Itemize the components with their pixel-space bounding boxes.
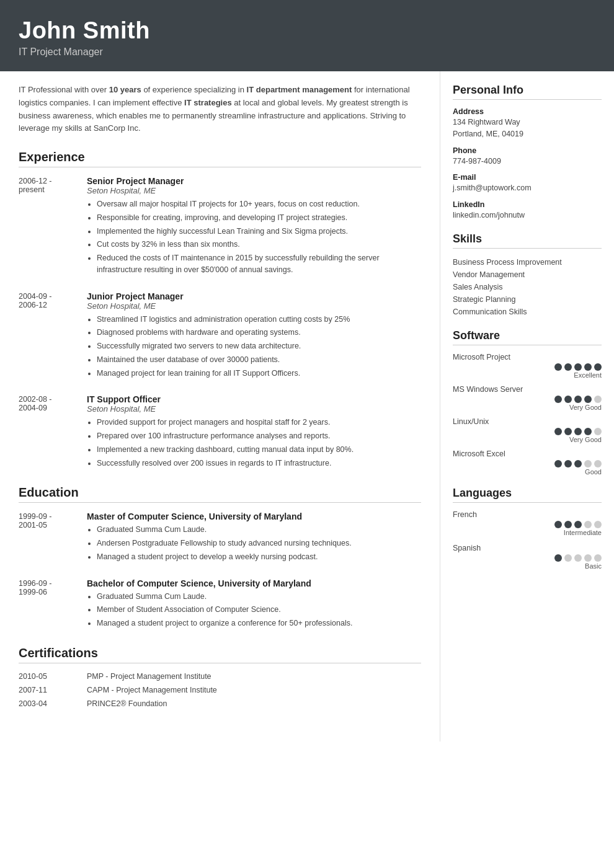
dot-label: Very Good [453,436,602,443]
dots-row [453,554,602,562]
bullet-item: Streamlined IT logistics and administrat… [97,314,421,326]
language-name: French [453,510,602,519]
cert-date: 2010-05 [19,672,87,681]
software-entry: MS Windows Server Very Good [453,385,602,411]
edu-title: Master of Computer Science, University o… [87,512,421,521]
language-name: Spanish [453,544,602,552]
software-name: Linux/Unix [453,417,602,426]
dot [584,521,592,528]
dot [564,396,572,403]
education-section: Education 1999-09 -2001-05 Master of Com… [19,485,421,631]
software-name: Microsoft Excel [453,450,602,458]
experience-list: 2006-12 -present Senior Project Manager … [19,176,421,471]
bullet-item: Andersen Postgraduate Fellowship to stud… [97,538,421,549]
email-label: E-mail [453,173,602,182]
languages-title: Languages [453,487,602,503]
bullet-item: Responsible for creating, improving, and… [97,212,421,224]
skills-title: Skills [453,232,602,249]
bullet-item: Provided support for project managers an… [97,417,421,428]
phone-value: 774-987-4009 [453,156,602,167]
dot [564,521,572,528]
dot [574,363,582,371]
company: Seton Hospital, ME [87,301,421,311]
summary-text: IT Professional with over 10 years of ex… [19,84,421,135]
edu-content: Bachelor of Computer Science, University… [87,578,421,631]
bullet-item: Successfully resolved over 200 issues in… [97,458,421,469]
summary-section: IT Professional with over 10 years of ex… [19,84,421,135]
cert-name: PRINCE2® Foundation [87,699,167,708]
linkedin-label: LinkedIn [453,200,602,209]
experience-title: Experience [19,150,421,167]
bullet-list: Graduated Summa Cum Laude.Andersen Postg… [87,524,421,562]
software-list: Microsoft Project Excellent MS Windows S… [453,353,602,476]
cert-date: 2007-11 [19,686,87,694]
job-title: Senior Project Manager [87,176,421,186]
skill-item: Business Process Improvement [453,256,602,268]
dot-label: Excellent [453,371,602,379]
dots-row [453,396,602,403]
job-title: Junior Project Manager [87,291,421,301]
candidate-name: John Smith [19,17,595,44]
experience-entry: 2006-12 -present Senior Project Manager … [19,176,421,278]
dot [594,460,602,467]
dot [554,396,562,403]
experience-entry: 2002-08 -2004-09 IT Support Officer Seto… [19,394,421,471]
linkedin-value: linkedin.com/johnutw [453,210,602,221]
phone-label: Phone [453,146,602,155]
dot [584,460,592,467]
languages-list: French Intermediate Spanish Basic [453,510,602,570]
dot-label: Intermediate [453,529,602,536]
personal-info-section: Address 134 Rightward WayPortland, ME, 0… [453,107,602,221]
bullet-item: Managed project for lean training for al… [97,368,421,379]
education-entry: 1996-09 -1999-06 Bachelor of Computer Sc… [19,578,421,631]
edu-dates: 1999-09 -2001-05 [19,512,87,564]
bullet-item: Cut costs by 32% in less than six months… [97,239,421,250]
bullet-item: Managed a student project to organize a … [97,618,421,629]
candidate-title: IT Project Manager [19,46,595,58]
bullet-item: Maintained the user database of over 300… [97,354,421,366]
edu-title: Bachelor of Computer Science, University… [87,578,421,588]
certifications-section: Certifications 2010-05 PMP - Project Man… [19,646,421,708]
dot [594,521,602,528]
cert-name: PMP - Project Management Institute [87,672,211,681]
bullet-list: Oversaw all major hospital IT projects f… [87,198,421,276]
bullet-list: Provided support for project managers an… [87,417,421,469]
dot [574,521,582,528]
dot [574,428,582,435]
bullet-item: Diagnosed problems with hardware and ope… [97,327,421,339]
dot [584,363,592,371]
dot [554,460,562,467]
exp-dates: 2004-09 -2006-12 [19,291,87,381]
bullet-item: Graduated Summa Cum Laude. [97,524,421,536]
dot-label: Basic [453,562,602,570]
dot [584,396,592,403]
software-entry: Linux/Unix Very Good [453,417,602,443]
bullet-item: Member of Student Association of Compute… [97,604,421,616]
education-entry: 1999-09 -2001-05 Master of Computer Scie… [19,512,421,564]
dot [574,396,582,403]
software-entry: Microsoft Project Excellent [453,353,602,379]
skills-list: Business Process ImprovementVendor Manag… [453,256,602,318]
education-title: Education [19,485,421,503]
language-entry: Spanish Basic [453,544,602,570]
dots-row [453,460,602,467]
header: John Smith IT Project Manager [0,0,614,71]
cert-date: 2003-04 [19,699,87,708]
education-list: 1999-09 -2001-05 Master of Computer Scie… [19,512,421,631]
company: Seton Hospital, ME [87,404,421,414]
dot [564,428,572,435]
dot-label: Good [453,468,602,476]
dot [594,428,602,435]
cert-entry: 2003-04 PRINCE2® Foundation [19,699,421,708]
software-name: MS Windows Server [453,385,602,394]
exp-content: Junior Project Manager Seton Hospital, M… [87,291,421,381]
company: Seton Hospital, ME [87,186,421,195]
exp-content: Senior Project Manager Seton Hospital, M… [87,176,421,278]
cert-entry: 2010-05 PMP - Project Management Institu… [19,672,421,681]
bullet-item: Reduced the costs of IT maintenance in 2… [97,252,421,276]
main-layout: IT Professional with over 10 years of ex… [0,71,614,742]
dots-row [453,521,602,528]
skill-item: Strategic Planning [453,293,602,306]
bullet-item: Prepared over 100 infrastructure perform… [97,430,421,442]
left-column: IT Professional with over 10 years of ex… [0,71,440,742]
